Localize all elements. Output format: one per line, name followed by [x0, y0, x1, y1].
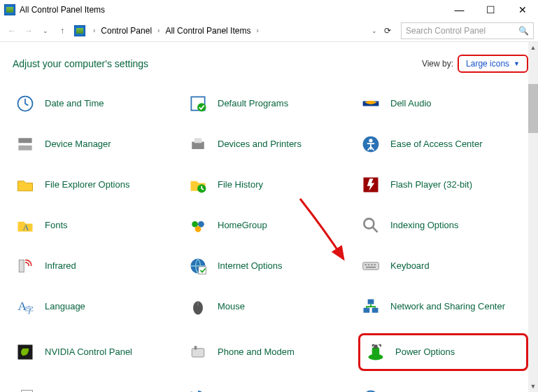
item-label: Internet Options	[218, 260, 283, 272]
control-panel-item-flash[interactable]: Flash Player (32-bit)	[358, 171, 528, 199]
control-panel-item-dell-audio[interactable]: Dell Audio	[358, 90, 528, 118]
search-input[interactable]: Search Control Panel 🔍	[401, 22, 534, 39]
control-panel-item-indexing[interactable]: Indexing Options	[358, 211, 528, 239]
keyboard-icon	[360, 255, 382, 277]
item-label: Infrared	[45, 260, 76, 272]
control-panel-item-nvidia[interactable]: NVIDIA Control Panel	[13, 333, 183, 371]
item-label: File Explorer Options	[45, 179, 129, 190]
control-panel-item-language[interactable]: A字Language	[13, 293, 183, 321]
svg-rect-25	[366, 267, 376, 268]
svg-rect-24	[374, 264, 376, 265]
printers-icon	[187, 133, 209, 155]
svg-rect-21	[364, 264, 367, 265]
programs-icon	[14, 386, 36, 392]
svg-rect-31	[368, 300, 374, 304]
nvidia-icon	[14, 341, 36, 363]
folder-opts-icon	[14, 174, 36, 196]
vertical-scrollbar[interactable]: ▲ ▼	[528, 42, 538, 392]
svg-rect-30	[372, 308, 378, 313]
item-label: Ease of Access Center	[390, 139, 483, 150]
item-label: Mouse	[218, 301, 245, 312]
up-button[interactable]: ↑	[55, 23, 70, 38]
search-placeholder: Search Control Panel	[406, 26, 486, 36]
chevron-right-icon: ›	[93, 27, 95, 34]
control-panel-item-ease[interactable]: Ease of Access Center	[358, 130, 528, 158]
internet-icon	[187, 255, 209, 277]
search-icon: 🔍	[518, 26, 529, 36]
breadcrumb[interactable]: › Control Panel › All Control Panel Item…	[88, 22, 371, 39]
control-panel-item-printers[interactable]: Devices and Printers	[185, 130, 355, 158]
control-panel-item-phone[interactable]: Phone and Modem	[185, 333, 355, 371]
maximize-button[interactable]: ☐	[475, 0, 507, 20]
view-by-dropdown[interactable]: Large icons ▼	[458, 55, 528, 73]
item-label: Device Manager	[45, 139, 111, 150]
phone-icon	[187, 341, 209, 363]
control-panel-item-file-history[interactable]: File History	[185, 171, 355, 199]
control-panel-grid: Date and TimeDefault ProgramsDell AudioD…	[13, 90, 528, 392]
address-dropdown[interactable]: ⌄	[371, 27, 377, 34]
control-panel-item-device-mgr[interactable]: Device Manager	[13, 130, 183, 158]
file-history-icon	[187, 174, 209, 196]
control-panel-item-programs[interactable]: Programs and Features	[13, 384, 183, 392]
control-panel-item-defaults[interactable]: Default Programs	[185, 90, 355, 118]
control-panel-item-power[interactable]: Power Options	[358, 333, 528, 371]
clock-icon	[14, 92, 36, 115]
infrared-icon	[14, 255, 36, 277]
svg-rect-5	[18, 146, 31, 150]
svg-point-15	[195, 226, 201, 232]
control-panel-item-network[interactable]: Network and Sharing Center	[358, 293, 528, 321]
dell-audio-icon	[360, 92, 382, 115]
svg-rect-34	[194, 346, 197, 349]
close-button[interactable]: ✕	[507, 0, 538, 20]
content-area: Adjust your computer's settings View by:…	[0, 42, 538, 392]
breadcrumb-current[interactable]: All Control Panel Items	[162, 24, 253, 37]
breadcrumb-root[interactable]: Control Panel	[98, 24, 155, 37]
item-label: Flash Player (32-bit)	[390, 179, 472, 190]
scroll-down-button[interactable]: ▼	[528, 381, 538, 392]
homegroup-icon	[187, 214, 209, 237]
control-panel-item-recovery[interactable]: Recovery	[185, 384, 355, 392]
minimize-button[interactable]: —	[444, 0, 475, 20]
region-icon	[360, 386, 382, 392]
control-panel-item-fonts[interactable]: AFonts	[13, 211, 183, 239]
chevron-down-icon: ▼	[514, 60, 520, 67]
refresh-button[interactable]: ⟳	[380, 26, 395, 36]
control-panel-item-mouse[interactable]: Mouse	[185, 293, 355, 321]
network-icon	[360, 295, 382, 318]
control-panel-item-infrared[interactable]: Infrared	[13, 252, 183, 280]
svg-rect-23	[371, 264, 373, 265]
back-button[interactable]: ←	[4, 23, 20, 38]
power-icon	[364, 341, 387, 363]
page-heading: Adjust your computer's settings	[13, 58, 148, 69]
control-panel-item-internet[interactable]: Internet Options	[185, 252, 355, 280]
item-label: Network and Sharing Center	[390, 301, 505, 312]
svg-rect-33	[192, 349, 204, 357]
window-titlebar: All Control Panel Items — ☐ ✕	[0, 0, 538, 20]
scroll-up-button[interactable]: ▲	[528, 42, 538, 53]
svg-point-9	[369, 139, 372, 142]
scroll-thumb[interactable]	[528, 84, 538, 133]
address-icon	[74, 25, 85, 36]
item-label: HomeGroup	[218, 220, 267, 231]
control-panel-item-keyboard[interactable]: Keyboard	[358, 252, 528, 280]
window-title: All Control Panel Items	[20, 5, 444, 15]
item-label: File History	[218, 179, 263, 190]
svg-rect-4	[18, 138, 31, 143]
defaults-icon	[187, 92, 209, 115]
svg-text:A: A	[23, 223, 29, 232]
app-icon	[4, 4, 15, 15]
view-by-value: Large icons	[466, 59, 509, 69]
indexing-icon	[360, 214, 382, 237]
control-panel-item-clock[interactable]: Date and Time	[13, 90, 183, 118]
svg-rect-7	[194, 138, 202, 143]
svg-rect-36	[372, 347, 380, 356]
control-panel-item-region[interactable]: Region	[358, 384, 528, 392]
control-panel-item-homegroup[interactable]: HomeGroup	[185, 211, 355, 239]
svg-text:字: 字	[25, 305, 34, 315]
item-label: Keyboard	[390, 260, 430, 272]
control-panel-item-folder-opts[interactable]: File Explorer Options	[13, 171, 183, 199]
svg-point-16	[364, 218, 374, 228]
forward-button[interactable]: →	[21, 23, 36, 38]
recent-dropdown[interactable]: ⌄	[38, 23, 53, 38]
item-label: Power Options	[395, 346, 455, 358]
